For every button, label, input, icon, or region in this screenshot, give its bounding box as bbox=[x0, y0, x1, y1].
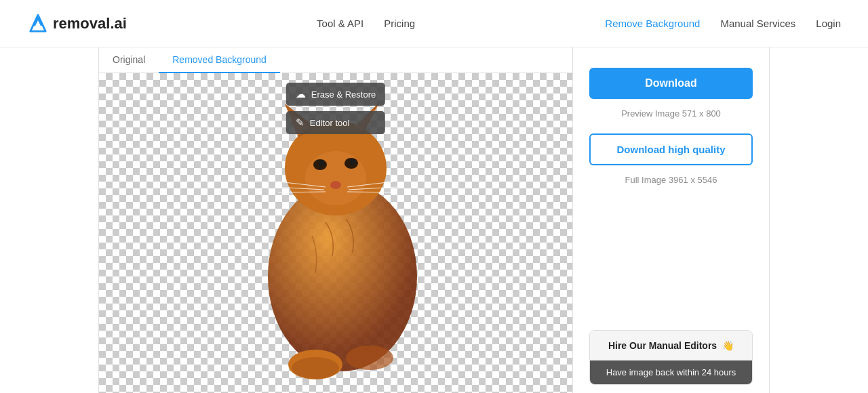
nav-login[interactable]: Login bbox=[816, 18, 841, 29]
editor-icon: ✎ bbox=[296, 117, 304, 129]
logo-icon bbox=[27, 13, 49, 35]
svg-point-19 bbox=[292, 357, 339, 379]
image-area: ☁ Erase & Restore ✎ Editor tool bbox=[99, 73, 572, 393]
navbar: removal.ai Tool & API Pricing Remove Bac… bbox=[0, 0, 868, 47]
svg-point-6 bbox=[305, 151, 366, 205]
full-image-info: Full Image 3961 x 5546 bbox=[589, 175, 753, 185]
tab-original[interactable]: Original bbox=[99, 47, 159, 73]
tab-removed-background[interactable]: Removed Background bbox=[159, 47, 280, 73]
manual-editors-card[interactable]: Hire Our Manual Editors 👋 Have image bac… bbox=[589, 330, 753, 385]
editor-tool-button[interactable]: ✎ Editor tool bbox=[286, 111, 385, 134]
manual-editors-bottom: Have image back within 24 hours bbox=[590, 360, 752, 384]
erase-icon: ☁ bbox=[296, 88, 306, 100]
logo-text: removal.ai bbox=[53, 15, 127, 33]
nav-pricing[interactable]: Pricing bbox=[384, 18, 415, 29]
svg-point-20 bbox=[346, 346, 393, 370]
download-button[interactable]: Download bbox=[589, 68, 753, 99]
svg-point-11 bbox=[350, 159, 355, 165]
preview-info: Preview Image 571 x 800 bbox=[589, 108, 753, 119]
main-content: Original Removed Background bbox=[0, 47, 868, 393]
editor-tool-label: Editor tool bbox=[310, 118, 350, 128]
svg-point-10 bbox=[319, 160, 324, 167]
image-tabs: Original Removed Background bbox=[99, 47, 572, 73]
erase-restore-label: Erase & Restore bbox=[311, 89, 376, 100]
svg-point-7 bbox=[330, 181, 341, 189]
manual-editors-subtitle: Have image back within 24 hours bbox=[606, 367, 736, 377]
manual-editors-title: Hire Our Manual Editors bbox=[608, 340, 717, 351]
manual-editors-top: Hire Our Manual Editors 👋 bbox=[590, 331, 752, 360]
logo-link[interactable]: removal.ai bbox=[27, 13, 127, 35]
nav-manual-services[interactable]: Manual Services bbox=[720, 18, 795, 29]
toolbar: ☁ Erase & Restore ✎ Editor tool bbox=[286, 83, 385, 134]
spacer bbox=[589, 193, 753, 315]
wave-emoji: 👋 bbox=[722, 340, 734, 351]
workspace: Original Removed Background bbox=[98, 47, 770, 393]
nav-right-links: Remove Background Manual Services Login bbox=[605, 18, 841, 29]
left-panel: Original Removed Background bbox=[99, 47, 572, 393]
erase-restore-button[interactable]: ☁ Erase & Restore bbox=[286, 83, 385, 106]
nav-tool-api[interactable]: Tool & API bbox=[317, 18, 363, 29]
nav-left-links: Tool & API Pricing bbox=[317, 18, 415, 29]
download-hq-button[interactable]: Download high quality bbox=[589, 133, 753, 165]
nav-remove-background[interactable]: Remove Background bbox=[605, 18, 700, 29]
right-panel: Download Preview Image 571 x 800 Downloa… bbox=[572, 47, 769, 393]
